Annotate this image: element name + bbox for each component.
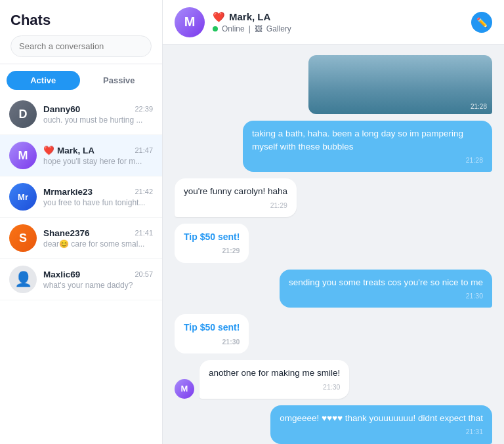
header-heart-icon: ❤️ <box>213 11 225 23</box>
tab-row: Active Passive <box>0 64 162 90</box>
header-status: Online | 🖼 Gallery <box>213 24 463 33</box>
chat-list: D Danny60 22:39 ouch. you must be hurtin… <box>0 90 162 444</box>
chat-name-shane2376: Shane2376 <box>43 228 90 238</box>
bubble-2: you're funny carolyn! haha 21:29 <box>175 178 297 217</box>
msg-row-2: you're funny carolyn! haha 21:29 <box>175 178 492 217</box>
bubble-time-4: 21:30 <box>289 291 483 301</box>
chat-name-mrmarkie23: Mrmarkie23 <box>43 187 93 197</box>
avatar-mark-la: M <box>9 142 37 169</box>
msg-row-5: Tip $50 sent! 21:30 <box>175 314 492 353</box>
msg-row-1: taking a bath, haha. been a long day so … <box>175 121 492 172</box>
chat-time-shane2376: 21:41 <box>135 229 153 237</box>
sidebar-header: Chats <box>0 0 162 64</box>
online-indicator <box>213 26 218 31</box>
bubble-1: taking a bath, haha. been a long day so … <box>243 121 492 172</box>
bubble-6: another one for making me smile! 21:30 <box>200 360 349 399</box>
bubble-time-2: 21:29 <box>184 201 287 211</box>
chat-time-danny60: 22:39 <box>135 105 153 113</box>
chat-time-maxlic69: 20:57 <box>135 270 153 278</box>
msg-row-3: Tip $50 sent! 21:29 <box>175 224 492 263</box>
avatar-mrmarkie23: Mr <box>9 183 37 211</box>
chat-header: M ❤️ Mark, LA Online | 🖼 Gallery ✏️ <box>163 0 504 45</box>
chat-item-danny60[interactable]: D Danny60 22:39 ouch. you must be hurtin… <box>0 94 162 135</box>
sidebar-title: Chats <box>10 12 152 29</box>
chat-preview-shane2376: dear😊 care for some smal... <box>43 239 153 249</box>
msg-row-6: M another one for making me smile! 21:30 <box>175 360 492 399</box>
msg-row-7: omgeeee! ♥♥♥♥ thank youuuuuuu! didnt exp… <box>175 405 492 444</box>
header-info: ❤️ Mark, LA Online | 🖼 Gallery <box>213 11 463 33</box>
bubble-5: Tip $50 sent! 21:30 <box>175 314 249 353</box>
chat-preview-danny60: ouch. you must be hurting ... <box>43 115 153 125</box>
gallery-icon: 🖼 <box>255 24 262 33</box>
tab-passive[interactable]: Passive <box>83 71 156 90</box>
chat-item-mrmarkie23[interactable]: Mr Mrmarkie23 21:42 you free to have fun… <box>0 176 162 218</box>
main-chat: M ❤️ Mark, LA Online | 🖼 Gallery ✏️ 21:2… <box>163 0 504 444</box>
bubble-time-7: 21:31 <box>280 427 483 437</box>
chat-name-danny60: Danny60 <box>43 104 80 114</box>
tab-active[interactable]: Active <box>7 71 80 90</box>
bubble-time-5: 21:30 <box>184 337 240 347</box>
chat-preview-maxlic69: what's your name daddy? <box>43 281 153 290</box>
chat-item-shane2376[interactable]: S Shane2376 21:41 dear😊 care for some sm… <box>0 218 162 259</box>
bubble-7: omgeeee! ♥♥♥♥ thank youuuuuuu! didnt exp… <box>270 405 492 444</box>
msg-row-4: sending you some treats cos you're so ni… <box>175 270 492 308</box>
bubble-3: Tip $50 sent! 21:29 <box>175 224 249 263</box>
bubble-time-3: 21:29 <box>184 246 240 256</box>
heart-icon: ❤️ <box>43 145 54 155</box>
bubble-time-6: 21:30 <box>209 382 340 392</box>
chat-preview-mrmarkie23: you free to have fun tonight... <box>43 198 153 207</box>
avatar-shane2376: S <box>9 224 37 252</box>
chat-item-mark-la[interactable]: M ❤️ Mark, LA 21:47 hope you'll stay her… <box>0 135 162 176</box>
photo-time: 21:28 <box>471 103 487 110</box>
chat-preview-mark-la: hope you'll stay here for m... <box>43 157 153 166</box>
sidebar: Chats Active Passive D Danny60 22:39 ouc… <box>0 0 163 444</box>
bubble-time-1: 21:28 <box>252 155 483 165</box>
avatar-maxlic69: 👤 <box>9 266 37 293</box>
header-avatar: M <box>175 7 205 37</box>
chat-name-maxlic69: Maxlic69 <box>43 270 80 279</box>
photo-message: 21:28 <box>175 55 492 114</box>
edit-button[interactable]: ✏️ <box>471 12 492 33</box>
chat-time-mark-la: 21:47 <box>135 146 153 154</box>
chat-time-mrmarkie23: 21:42 <box>135 188 153 195</box>
messages-area: 21:28 taking a bath, haha. been a long d… <box>163 45 504 444</box>
search-input[interactable] <box>10 35 152 57</box>
photo-bubble: 21:28 <box>308 55 492 114</box>
avatar-danny60: D <box>9 100 37 128</box>
chat-name-mark-la: ❤️ Mark, LA <box>43 145 94 155</box>
msg-avatar-6: M <box>175 379 194 399</box>
bubble-4: sending you some treats cos you're so ni… <box>280 270 492 308</box>
chat-item-maxlic69[interactable]: 👤 Maxlic69 20:57 what's your name daddy? <box>0 259 162 300</box>
header-name: ❤️ Mark, LA <box>213 11 463 23</box>
